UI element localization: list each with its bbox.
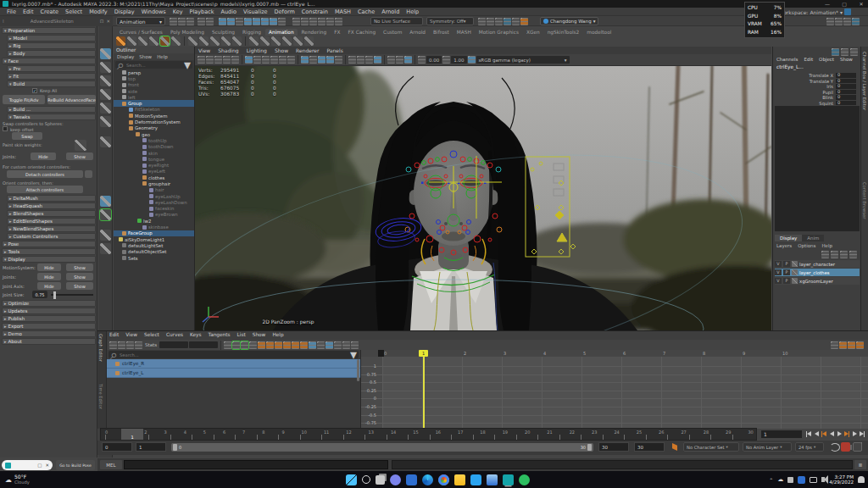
auto-tangent-icon[interactable]: [249, 341, 257, 349]
hold-key-icon[interactable]: [199, 36, 209, 46]
animation-end-field[interactable]: 30: [634, 442, 665, 452]
selection-masks[interactable]: [219, 18, 286, 25]
select-surfaces-icon[interactable]: [278, 18, 286, 25]
menu-cache[interactable]: Cache: [354, 8, 378, 15]
multisampling-icon[interactable]: [309, 56, 317, 64]
use-all-lights-icon[interactable]: [270, 56, 278, 64]
ge-menu-curves[interactable]: Curves: [166, 332, 183, 337]
outliner-item[interactable]: faceskin: [114, 206, 194, 212]
symmetry-selector[interactable]: Symmetry: Off: [426, 17, 474, 25]
stats-value-field[interactable]: [189, 341, 218, 348]
section-customcontrollers[interactable]: Custom Controllers: [7, 233, 96, 240]
joint-axis-show-button[interactable]: Show: [66, 282, 93, 290]
hyperbolic-icon[interactable]: [850, 48, 858, 56]
weather-widget[interactable]: ☁ 50°FCloudy: [5, 474, 30, 485]
hypershade-icon[interactable]: [512, 18, 520, 25]
outliner-item[interactable]: MotionSystem: [114, 113, 194, 119]
help-menu[interactable]: Help: [821, 243, 832, 248]
motion-blur-icon[interactable]: [301, 56, 309, 64]
playback-toggle[interactable]: P: [783, 278, 790, 284]
section-tweaks[interactable]: Tweaks: [7, 114, 96, 120]
field-chart-icon[interactable]: [396, 56, 403, 64]
shaded-icon[interactable]: [253, 56, 261, 64]
go-to-start-button[interactable]: [805, 429, 812, 439]
layer-row[interactable]: VPxgGroomLayer: [775, 277, 860, 285]
scale-tool-icon[interactable]: [100, 116, 111, 127]
joint-axis-hide-button[interactable]: Hide: [37, 282, 61, 290]
shelf-tab-modeltool[interactable]: modeltool: [583, 29, 615, 36]
section-newblendshapes[interactable]: NewBlendShapes: [7, 225, 96, 232]
select-component-icon[interactable]: [236, 18, 243, 25]
isolate-select-icon[interactable]: [326, 56, 334, 64]
menu-visualize[interactable]: Visualize: [240, 8, 271, 15]
outliner-item[interactable]: skinbase: [114, 224, 194, 230]
stats-time-field[interactable]: [159, 341, 188, 348]
shelf-tab-curves[interactable]: Curves / Surfaces: [116, 29, 166, 36]
cb-menu-object[interactable]: Object: [819, 57, 834, 62]
paint-skin-weights-icon[interactable]: [75, 140, 86, 151]
minimize-button[interactable]: [821, 0, 834, 8]
flow-path-icon[interactable]: [271, 36, 281, 46]
joint-size-field[interactable]: 0.75: [32, 291, 47, 298]
section-about[interactable]: About: [2, 338, 96, 345]
graph-channel-selected[interactable]: ctrlEye_R: [107, 359, 360, 369]
playback-start-field[interactable]: 1: [136, 442, 166, 452]
channel-row[interactable]: Pupil0: [773, 90, 861, 95]
construction-tools[interactable]: [478, 18, 528, 25]
shelf-tab-custom[interactable]: Custom: [380, 29, 405, 36]
channel-row[interactable]: Squint0: [773, 101, 861, 106]
menu-file[interactable]: File: [3, 8, 19, 15]
step-back-key-button[interactable]: [821, 429, 827, 439]
move-layer-up-icon[interactable]: [821, 251, 829, 258]
no-live-surface-field[interactable]: No Live Surface: [370, 17, 423, 25]
four-pane-layout-icon[interactable]: [100, 243, 111, 254]
render-icon[interactable]: [487, 18, 494, 25]
animation-preferences-icon[interactable]: [853, 442, 862, 452]
layer-swatch[interactable]: [792, 269, 798, 275]
snap-plane-icon[interactable]: [318, 18, 326, 25]
maya-taskbar-icon[interactable]: [503, 474, 514, 485]
outliner-item[interactable]: defaultLightSet: [114, 242, 194, 248]
graph-playhead-line[interactable]: [423, 350, 425, 429]
notification-bell-icon[interactable]: [858, 476, 865, 483]
mel-language-button[interactable]: MEL: [100, 460, 122, 469]
task-view-icon[interactable]: [376, 475, 385, 485]
linear-tangent-icon[interactable]: [275, 341, 282, 349]
outliner-item[interactable]: FitSkeleton: [114, 107, 194, 113]
outliner-item[interactable]: persp: [114, 69, 194, 75]
playblast-icon[interactable]: [116, 36, 125, 46]
layer-swatch[interactable]: [792, 261, 798, 267]
visibility-toggle[interactable]: V: [775, 278, 782, 284]
swap-buffer-icon[interactable]: [317, 341, 325, 349]
last-tool-icon[interactable]: [100, 136, 111, 147]
outliner-search[interactable]: [115, 61, 192, 69]
section-tools[interactable]: Tools: [2, 248, 96, 255]
go-to-end-button[interactable]: [859, 429, 865, 439]
layer-swatch[interactable]: [792, 278, 798, 284]
curve-tool-icon[interactable]: [127, 36, 136, 46]
new-layer-icon[interactable]: [849, 251, 857, 258]
outliner-menu-show[interactable]: Show: [139, 54, 152, 59]
section-fit[interactable]: Fit: [7, 73, 96, 80]
detach-options-button[interactable]: [85, 170, 92, 178]
flat-tangent-icon[interactable]: [283, 341, 291, 349]
lattice-deform-icon[interactable]: [126, 341, 134, 349]
outliner-item[interactable]: toothUp: [114, 137, 194, 143]
render-settings-icon[interactable]: [504, 18, 511, 25]
depth-of-field-icon[interactable]: [318, 56, 326, 64]
vp-menu-view[interactable]: View: [198, 47, 210, 53]
tab-time-editor[interactable]: Time Editor: [98, 384, 103, 409]
start-button-icon[interactable]: [346, 474, 357, 485]
tree-scrollbar[interactable]: [357, 359, 359, 381]
step-forward-frame-button[interactable]: [851, 429, 858, 439]
wireframe-icon[interactable]: [245, 56, 253, 64]
section-blendshapes[interactable]: BlendShapes: [7, 210, 96, 217]
empty-layer-icon[interactable]: [840, 251, 848, 258]
frame-playback-icon[interactable]: [232, 341, 240, 349]
rotate-tool-icon[interactable]: [100, 103, 111, 114]
view-transform-icon[interactable]: [468, 56, 476, 64]
paint-select-tool-icon[interactable]: [100, 75, 111, 86]
graph-channel-selected[interactable]: ctrlEye_L: [107, 369, 360, 378]
status-right-icons[interactable]: [826, 18, 860, 25]
gamma-icon[interactable]: [442, 56, 450, 64]
